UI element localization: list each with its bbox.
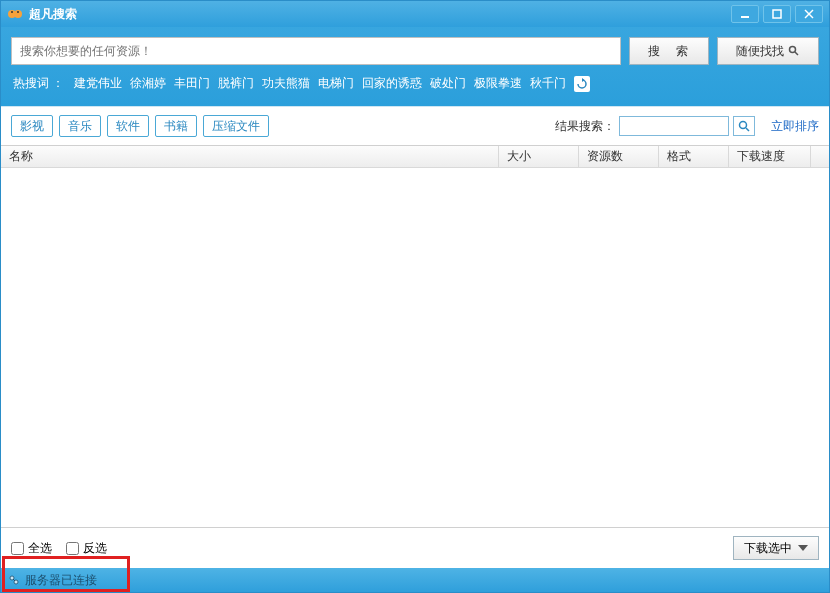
category-music[interactable]: 音乐 xyxy=(59,115,101,137)
hotword-link[interactable]: 徐湘婷 xyxy=(128,75,168,92)
category-software[interactable]: 软件 xyxy=(107,115,149,137)
hotword-link[interactable]: 回家的诱惑 xyxy=(360,75,424,92)
close-button[interactable] xyxy=(795,5,823,23)
category-video[interactable]: 影视 xyxy=(11,115,53,137)
select-all-input[interactable] xyxy=(11,542,24,555)
hotword-link[interactable]: 建党伟业 xyxy=(72,75,124,92)
random-find-button[interactable]: 随便找找 xyxy=(717,37,819,65)
hotwords-row: 热搜词 ： 建党伟业 徐湘婷 丰田门 脱裤门 功夫熊猫 电梯门 回家的诱惑 破处… xyxy=(11,73,819,98)
col-resources[interactable]: 资源数 xyxy=(579,146,659,167)
bottom-panel: 全选 反选 下载选中 xyxy=(1,527,829,568)
svg-line-9 xyxy=(795,52,798,55)
col-size[interactable]: 大小 xyxy=(499,146,579,167)
table-header: 名称 大小 资源数 格式 下载速度 xyxy=(1,146,829,168)
search-button[interactable]: 搜 索 xyxy=(629,37,709,65)
hotword-link[interactable]: 电梯门 xyxy=(316,75,356,92)
refresh-hotwords-icon[interactable] xyxy=(574,76,590,92)
category-toolbar: 影视 音乐 软件 书籍 压缩文件 结果搜索： 立即排序 xyxy=(1,106,829,145)
result-search-group: 结果搜索： 立即排序 xyxy=(555,116,819,136)
connection-icon xyxy=(7,573,21,587)
col-scrollbar-spacer xyxy=(811,146,829,167)
svg-line-16 xyxy=(13,579,15,581)
invert-selection-checkbox[interactable]: 反选 xyxy=(66,540,107,557)
svg-point-2 xyxy=(11,11,13,13)
app-icon xyxy=(7,6,23,22)
random-find-label: 随便找找 xyxy=(736,43,784,60)
app-title: 超凡搜索 xyxy=(29,6,77,23)
table-body[interactable] xyxy=(1,168,829,527)
svg-rect-5 xyxy=(773,10,781,18)
svg-point-11 xyxy=(739,121,746,128)
hotword-link[interactable]: 脱裤门 xyxy=(216,75,256,92)
svg-marker-10 xyxy=(582,78,585,82)
search-input[interactable] xyxy=(11,37,621,65)
download-selected-label: 下载选中 xyxy=(744,540,792,557)
statusbar: 服务器已连接 xyxy=(1,568,829,592)
results-table: 名称 大小 资源数 格式 下载速度 xyxy=(1,145,829,527)
result-search-label: 结果搜索： xyxy=(555,118,615,135)
svg-point-8 xyxy=(790,47,796,53)
col-speed[interactable]: 下载速度 xyxy=(729,146,811,167)
svg-point-3 xyxy=(17,11,19,13)
download-selected-button[interactable]: 下载选中 xyxy=(733,536,819,560)
status-text: 服务器已连接 xyxy=(25,572,97,589)
hotword-link[interactable]: 秋千门 xyxy=(528,75,568,92)
hotword-link[interactable]: 丰田门 xyxy=(172,75,212,92)
sort-link[interactable]: 立即排序 xyxy=(771,118,819,135)
result-search-button[interactable] xyxy=(733,116,755,136)
invert-label: 反选 xyxy=(83,540,107,557)
col-format[interactable]: 格式 xyxy=(659,146,729,167)
dropdown-icon xyxy=(798,543,808,553)
invert-input[interactable] xyxy=(66,542,79,555)
minimize-button[interactable] xyxy=(731,5,759,23)
titlebar: 超凡搜索 xyxy=(1,1,829,27)
select-all-checkbox[interactable]: 全选 xyxy=(11,540,52,557)
hotword-link[interactable]: 功夫熊猫 xyxy=(260,75,312,92)
app-window: 超凡搜索 搜 索 随便找找 热搜词 ： 建党伟业 徐湘婷 丰田门 脱裤门 功夫熊… xyxy=(0,0,830,593)
category-archive[interactable]: 压缩文件 xyxy=(203,115,269,137)
maximize-button[interactable] xyxy=(763,5,791,23)
svg-marker-13 xyxy=(798,545,808,551)
search-area: 搜 索 随便找找 热搜词 ： 建党伟业 徐湘婷 丰田门 脱裤门 功夫熊猫 电梯门… xyxy=(1,27,829,106)
hotword-link[interactable]: 极限拳速 xyxy=(472,75,524,92)
svg-line-12 xyxy=(746,128,749,131)
col-name[interactable]: 名称 xyxy=(1,146,499,167)
window-controls xyxy=(731,5,823,23)
hotwords-label: 热搜词 ： xyxy=(13,75,64,92)
select-all-label: 全选 xyxy=(28,540,52,557)
hotword-link[interactable]: 破处门 xyxy=(428,75,468,92)
category-book[interactable]: 书籍 xyxy=(155,115,197,137)
result-search-input[interactable] xyxy=(619,116,729,136)
